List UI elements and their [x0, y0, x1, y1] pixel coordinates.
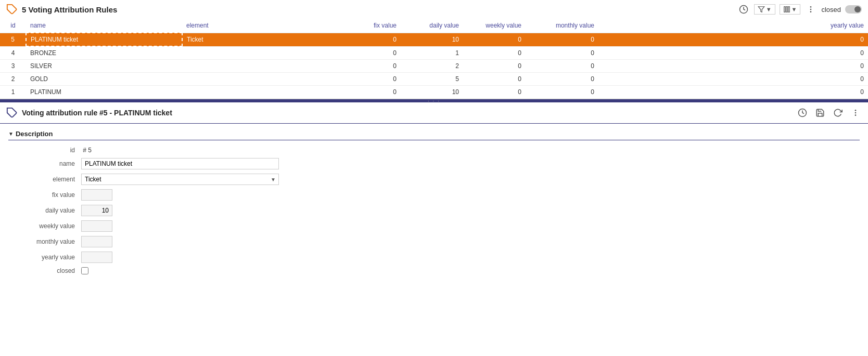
table-row[interactable]: 1 PLATINUM 0 10 0 0 0 — [0, 86, 868, 99]
more-options-button[interactable] — [805, 3, 817, 16]
field-row-yearly-value: yearly value — [8, 252, 860, 263]
cell-monthly-value: 0 — [526, 86, 598, 99]
top-panel: 5 Voting Attribution Rules ▼ — [0, 0, 868, 99]
closed-checkbox[interactable] — [81, 267, 88, 274]
cell-name: SILVER — [26, 60, 182, 73]
cell-element — [182, 73, 338, 86]
daily-value-input[interactable] — [81, 205, 112, 216]
detail-title: Voting attribution rule #5 - PLATINUM ti… — [22, 109, 172, 117]
cell-monthly-value: 0 — [526, 33, 598, 46]
weekly-value-input[interactable] — [81, 220, 112, 232]
cell-name: PLATINUM ticket — [26, 33, 182, 46]
cell-id: 5 — [0, 33, 26, 46]
bottom-header-right — [796, 107, 862, 119]
name-field-label: name — [8, 160, 81, 167]
table-row[interactable]: 3 SILVER 0 2 0 0 0 — [0, 60, 868, 73]
cell-daily-value: 10 — [401, 33, 463, 46]
cell-id: 2 — [0, 73, 26, 86]
yearly-value-input[interactable] — [81, 252, 112, 263]
detail-more-btn[interactable] — [849, 107, 862, 119]
table-row[interactable]: 2 GOLD 0 5 0 0 0 — [0, 73, 868, 86]
id-field-label: id — [8, 147, 81, 154]
cell-element — [182, 86, 338, 99]
field-row-name: name — [8, 158, 860, 169]
svg-rect-4 — [786, 7, 787, 12]
col-header-weekly-value: weekly value — [463, 19, 526, 33]
cell-daily-value: 5 — [401, 73, 463, 86]
svg-point-11 — [855, 110, 857, 111]
table-body: 5 PLATINUM ticket Ticket 0 10 0 0 0 4 BR… — [0, 33, 868, 99]
cell-weekly-value: 0 — [463, 73, 526, 86]
detail-clock-btn[interactable] — [796, 107, 809, 119]
monthly-value-input[interactable] — [81, 236, 112, 247]
field-row-id: id # 5 — [8, 147, 860, 154]
cell-yearly-value: 0 — [598, 46, 868, 60]
detail-save-btn[interactable] — [814, 107, 826, 119]
element-select[interactable]: Ticket — [81, 174, 279, 185]
table-header-row: id name element fix value daily value we… — [0, 19, 868, 33]
cell-id: 1 — [0, 86, 26, 99]
fix-value-label: fix value — [8, 191, 81, 199]
cell-weekly-value: 0 — [463, 33, 526, 46]
svg-point-12 — [855, 112, 857, 114]
cell-element — [182, 60, 338, 73]
cell-daily-value: 2 — [401, 60, 463, 73]
field-row-weekly-value: weekly value — [8, 220, 860, 232]
col-header-daily-value: daily value — [401, 19, 463, 33]
closed-toggle[interactable] — [845, 5, 862, 14]
col-header-id: id — [0, 19, 26, 33]
cell-id: 4 — [0, 46, 26, 60]
cell-element — [182, 46, 338, 60]
weekly-value-label: weekly value — [8, 222, 81, 230]
id-value: 5 — [88, 147, 92, 154]
fix-value-input[interactable] — [81, 189, 112, 201]
svg-point-13 — [855, 114, 857, 116]
svg-rect-3 — [784, 7, 785, 12]
col-header-name: name — [26, 19, 182, 33]
clock-icon-btn[interactable] — [737, 3, 750, 16]
cell-id: 3 — [0, 60, 26, 73]
detail-refresh-btn[interactable] — [832, 107, 844, 119]
cell-daily-value: 1 — [401, 46, 463, 60]
element-select-wrap: Ticket ▼ — [81, 174, 279, 185]
name-input[interactable] — [81, 158, 279, 169]
bottom-panel: Voting attribution rule #5 - PLATINUM ti… — [0, 102, 868, 283]
section-arrow: ▼ — [8, 131, 14, 137]
col-header-yearly-value: yearly value — [598, 19, 868, 33]
tag-icon — [6, 4, 18, 15]
cell-name: PLATINUM — [26, 86, 182, 99]
cell-weekly-value: 0 — [463, 86, 526, 99]
cell-name: GOLD — [26, 73, 182, 86]
cell-weekly-value: 0 — [463, 60, 526, 73]
id-hash: # — [81, 147, 88, 154]
svg-rect-5 — [788, 7, 789, 12]
element-field-label: element — [8, 176, 81, 183]
top-header-right: ▼ ▼ closed — [737, 3, 862, 16]
table-row[interactable]: 4 BRONZE 0 1 0 0 0 — [0, 46, 868, 60]
top-header: 5 Voting Attribution Rules ▼ — [0, 0, 868, 19]
cell-name: BRONZE — [26, 46, 182, 60]
filter-button[interactable]: ▼ — [754, 4, 775, 15]
col-header-fix-value: fix value — [338, 19, 401, 33]
section-header-description[interactable]: ▼ Description — [8, 128, 860, 140]
cell-fix-value: 0 — [338, 60, 401, 73]
cell-weekly-value: 0 — [463, 46, 526, 60]
cell-monthly-value: 0 — [526, 60, 598, 73]
closed-field-label: closed — [8, 267, 81, 274]
svg-marker-2 — [758, 7, 764, 12]
field-row-daily-value: daily value — [8, 205, 860, 216]
cell-fix-value: 0 — [338, 86, 401, 99]
cell-yearly-value: 0 — [598, 86, 868, 99]
field-row-element: element Ticket ▼ — [8, 174, 860, 185]
filter-label: ▼ — [766, 6, 772, 12]
page-title: 5 Voting Attribution Rules — [22, 5, 117, 14]
table-row[interactable]: 5 PLATINUM ticket Ticket 0 10 0 0 0 — [0, 33, 868, 46]
closed-label: closed — [821, 6, 841, 14]
field-row-closed: closed — [8, 267, 860, 274]
daily-value-label: daily value — [8, 207, 81, 214]
cell-yearly-value: 0 — [598, 73, 868, 86]
columns-button[interactable]: ▼ — [780, 4, 801, 15]
yearly-value-label: yearly value — [8, 254, 81, 261]
cell-yearly-value: 0 — [598, 60, 868, 73]
cell-fix-value: 0 — [338, 46, 401, 60]
